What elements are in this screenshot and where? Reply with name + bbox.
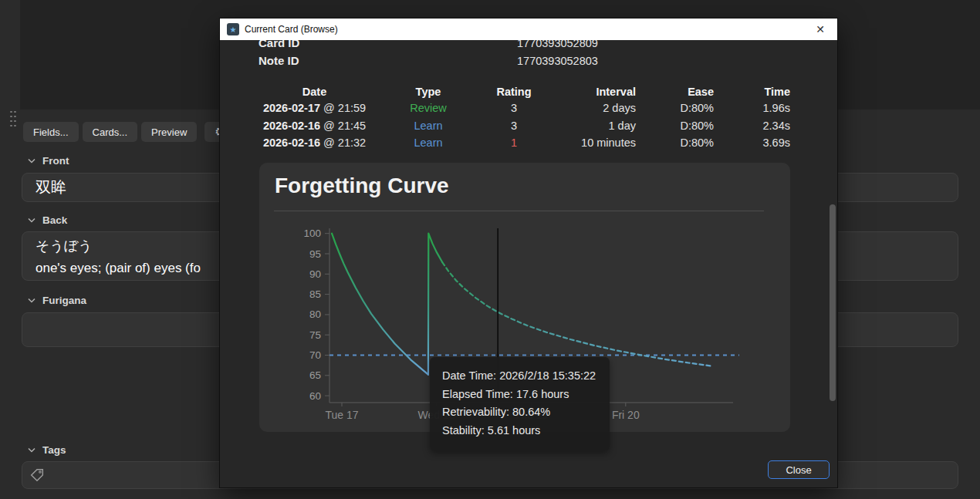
- dialog-scrollbar[interactable]: [830, 204, 836, 401]
- y-tick-label: 65: [309, 369, 321, 381]
- dialog-body: Card ID 1770393052809 Note ID 1770393052…: [220, 40, 837, 487]
- back-field-label[interactable]: Back: [28, 214, 67, 226]
- field-label-text: Tags: [42, 444, 66, 456]
- history-cell: 3: [486, 102, 542, 114]
- title-separator: [274, 211, 764, 211]
- field-label-text: Back: [42, 214, 67, 226]
- x-tick-label: Fri 20: [612, 409, 640, 421]
- col-header-type: Type: [370, 86, 486, 98]
- history-cell: 1.96s: [714, 102, 790, 114]
- y-tick-label: 70: [309, 349, 321, 361]
- x-tick-label: Tue 17: [325, 409, 358, 421]
- dialog-titlebar[interactable]: ★ Current Card (Browse) ✕: [220, 19, 837, 40]
- projection-curve: [442, 262, 712, 366]
- tag-icon: [30, 468, 44, 482]
- tooltip-elapsed: Elapsed Time: 17.6 hours: [442, 386, 610, 404]
- history-row: 2026-02-16 @ 21:45Learn31 dayD:80%2.34s: [259, 117, 837, 135]
- history-cell: 1 day: [542, 120, 636, 132]
- chevron-down-icon: [28, 158, 35, 164]
- history-cell: 3.69s: [714, 137, 790, 149]
- col-header-date: Date: [259, 86, 370, 98]
- history-cell: D:80%: [636, 102, 714, 114]
- history-header-row: Date Type Rating Interval Ease Time: [259, 83, 837, 99]
- col-header-ease: Ease: [636, 86, 714, 98]
- tooltip-stability: Stability: 5.61 hours: [442, 422, 610, 440]
- y-tick-label: 75: [309, 329, 321, 341]
- close-button[interactable]: Close: [768, 460, 830, 479]
- chevron-down-icon: [28, 447, 35, 453]
- furigana-field-label[interactable]: Furigana: [28, 294, 86, 306]
- tooltip-retrievability: Retrievability: 80.64%: [442, 403, 610, 422]
- history-cell: 2 days: [542, 102, 636, 114]
- close-icon[interactable]: ✕: [810, 19, 830, 39]
- front-field-label[interactable]: Front: [28, 154, 69, 167]
- history-cell: 2.34s: [714, 120, 790, 132]
- preview-button[interactable]: Preview: [141, 122, 197, 142]
- dialog-title: Current Card (Browse): [245, 24, 338, 35]
- history-cell: D:80%: [636, 120, 714, 132]
- field-label-text: Front: [42, 155, 69, 167]
- stat-value: 1770393052803: [517, 55, 598, 67]
- history-cell: Learn: [370, 137, 486, 149]
- y-tick-label: 85: [309, 288, 321, 300]
- anki-app-icon: ★: [227, 23, 239, 35]
- history-cell: D:80%: [636, 137, 714, 149]
- tooltip-datetime: Date Time: 2026/2/18 15:35:22: [442, 367, 610, 386]
- tags-label[interactable]: Tags: [28, 443, 66, 456]
- card-stats: Card ID 1770393052809 Note ID 1770393052…: [220, 40, 837, 69]
- stat-row: Note ID 1770393052803: [220, 52, 837, 69]
- history-cell: 10 minutes: [542, 137, 636, 149]
- col-header-rating: Rating: [486, 86, 542, 98]
- history-cell: Review: [370, 102, 486, 114]
- col-header-time: Time: [714, 86, 790, 98]
- chart-tooltip: Date Time: 2026/2/18 15:35:22 Elapsed Ti…: [430, 357, 610, 451]
- history-cell: Learn: [370, 120, 486, 132]
- history-row: 2026-02-16 @ 21:32Learn110 minutesD:80%3…: [259, 134, 837, 152]
- history-cell: 2026-02-16 @ 21:45: [259, 120, 370, 132]
- y-tick-label: 60: [309, 390, 321, 402]
- chevron-down-icon: [28, 298, 35, 303]
- splitter-grip-icon[interactable]: [9, 110, 18, 127]
- history-curve-2: [428, 234, 442, 375]
- history-cell: 2026-02-17 @ 21:59: [259, 102, 370, 114]
- y-tick-label: 95: [309, 248, 321, 260]
- y-tick-label: 100: [303, 228, 321, 239]
- current-card-dialog: ★ Current Card (Browse) ✕ Card ID 177039…: [220, 19, 837, 487]
- stat-row: Card ID 1770393052809: [220, 40, 837, 52]
- stat-value: 1770393052809: [517, 40, 598, 49]
- history-cell: 2026-02-16 @ 21:32: [259, 137, 370, 149]
- fields-button[interactable]: Fields...: [23, 122, 79, 142]
- cards-button[interactable]: Cards...: [83, 122, 138, 142]
- stat-label: Note ID: [259, 54, 517, 67]
- review-history-table: Date Type Rating Interval Ease Time 2026…: [259, 83, 837, 152]
- y-tick-label: 80: [309, 309, 321, 320]
- chevron-down-icon: [28, 217, 35, 223]
- stat-label: Card ID: [259, 40, 517, 49]
- y-tick-label: 90: [309, 268, 321, 280]
- col-header-interval: Interval: [542, 86, 636, 98]
- history-cell: 1: [486, 137, 542, 149]
- history-curve-1: [332, 234, 428, 375]
- history-cell: 3: [486, 120, 542, 132]
- history-row: 2026-02-17 @ 21:59Review32 daysD:80%1.96…: [259, 99, 837, 117]
- chart-title: Forgetting Curve: [275, 174, 449, 198]
- field-label-text: Furigana: [42, 295, 86, 306]
